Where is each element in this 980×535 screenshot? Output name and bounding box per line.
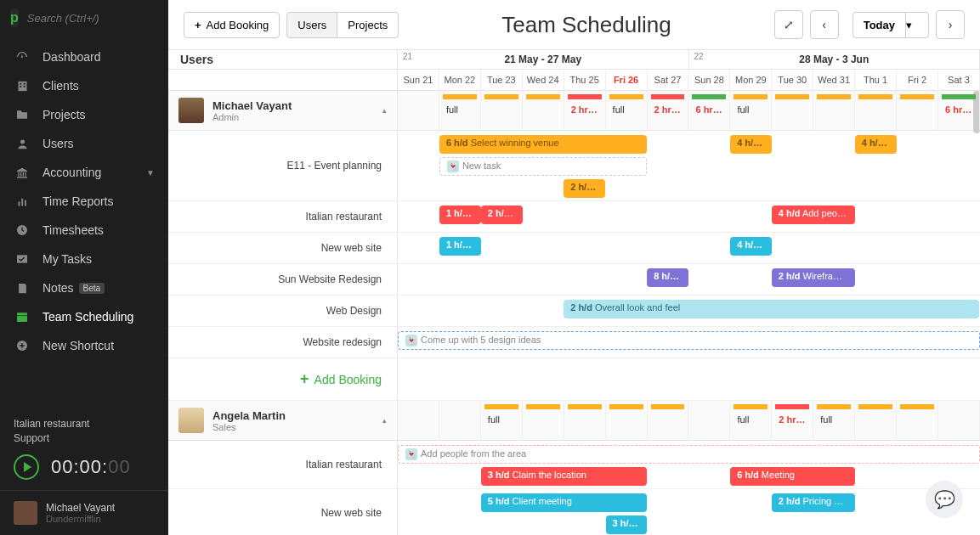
booking-event[interactable]: 2 h/… (564, 179, 605, 198)
availability-row: fullfull2 hr…full (398, 401, 980, 440)
booking-event[interactable]: 4 h/… (730, 135, 772, 154)
collapse-icon[interactable]: ▴ (382, 416, 387, 425)
sidebar-item-my-tasks[interactable]: My Tasks (0, 245, 168, 273)
svg-rect-4 (23, 82, 25, 84)
day-header[interactable]: Sat 27 (648, 70, 689, 90)
booking-event[interactable]: 2 h/d Overall look and feel (564, 300, 979, 318)
day-header[interactable]: Mon 29 (730, 70, 772, 90)
schedule-body[interactable]: Michael VayantAdmin ▴ full2 hr…full2 hr…… (168, 91, 980, 535)
sidebar-item-new-shortcut[interactable]: New Shortcut (0, 331, 168, 360)
sidebar-item-notes[interactable]: NotesBeta (0, 273, 168, 302)
building-icon (14, 80, 31, 93)
project-timeline[interactable]: 2 h/d Overall look and feel (398, 296, 980, 326)
project-label[interactable]: E11 - Event planning (168, 131, 398, 200)
day-header[interactable]: Thu 25 (564, 70, 606, 90)
day-header[interactable]: Wed 24 (523, 70, 564, 90)
svg-point-7 (20, 139, 25, 144)
bank-icon (14, 166, 31, 179)
tab-users[interactable]: Users (286, 12, 337, 38)
booking-event[interactable]: 2 h/d Pricing plan (772, 493, 855, 512)
project-label[interactable]: New web site (168, 233, 398, 263)
booking-event[interactable]: 6 h/d Meeting (730, 467, 855, 486)
day-header[interactable]: Tue 23 (481, 70, 523, 90)
booking-event[interactable]: 8 h/… (647, 268, 688, 287)
app-logo[interactable]: p (10, 8, 19, 27)
collapse-icon[interactable]: ⤢ (774, 10, 803, 39)
toolbar: +Add Booking Users Projects Team Schedul… (168, 0, 980, 50)
project-timeline[interactable]: 1 h/…4 h/… (398, 233, 980, 263)
project-label[interactable]: New web site (168, 489, 398, 535)
project-timeline[interactable]: 1 h/…2 h/d Add Fou…4 h/d Add people from… (398, 201, 980, 232)
booking-event[interactable]: 👻Come up with 5 design ideas (398, 331, 980, 350)
sidebar-item-time-reports[interactable]: Time Reports (0, 187, 168, 216)
date-picker-button[interactable]: ▾ (905, 12, 929, 38)
day-header[interactable]: Sat 3 (938, 70, 980, 90)
day-header[interactable]: Sun 28 (688, 70, 730, 90)
timer-task[interactable]: Support (14, 431, 155, 446)
project-label[interactable]: Website redesign (168, 327, 398, 358)
booking-event[interactable]: 2 h/d Add Fou… (481, 206, 523, 224)
chat-icon[interactable]: 💬 (926, 481, 963, 518)
day-header[interactable]: Mon 22 (439, 70, 481, 90)
project-label[interactable]: Web Design (168, 296, 398, 326)
user-footer[interactable]: Michael Vayant Dundermifflin (0, 490, 168, 535)
main: +Add Booking Users Projects Team Schedul… (168, 0, 980, 535)
project-timeline[interactable]: 👻Come up with 5 design ideas (398, 327, 980, 358)
sidebar-item-users[interactable]: Users (0, 129, 168, 158)
booking-event[interactable]: 3 h/d Claim the location (481, 467, 647, 486)
day-header[interactable]: Tue 30 (772, 70, 813, 90)
user-icon (14, 138, 31, 150)
ghost-icon: 👻 (405, 448, 417, 460)
project-timeline[interactable]: 5 h/d Client meeting2 h/d Pricing plan3 … (398, 489, 980, 535)
sidebar-item-timesheets[interactable]: Timesheets (0, 216, 168, 245)
sidebar-item-accounting[interactable]: Accounting▼ (0, 158, 168, 187)
sidebar-item-projects[interactable]: Projects (0, 100, 168, 129)
booking-event[interactable]: 4 h/… (730, 237, 772, 256)
week-header: 2228 May - 3 Jun (689, 50, 981, 69)
user-row-header[interactable]: Michael VayantAdmin ▴ (168, 91, 398, 130)
day-header[interactable]: Fri 26 (606, 70, 648, 90)
booking-event[interactable]: 3 h/… (606, 515, 648, 534)
project-timeline[interactable]: 6 h/d Select winning venue4 h/…4 h/…👻New… (398, 131, 980, 200)
project-label[interactable]: Italian restaurant (168, 441, 398, 488)
timer-project[interactable]: Italian restaurant (14, 417, 155, 431)
booking-event[interactable]: 1 h/… (439, 237, 481, 256)
booking-event[interactable]: 👻Add people from the area (398, 445, 980, 464)
play-button[interactable] (14, 454, 39, 480)
booking-event[interactable]: 4 h/… (855, 135, 897, 154)
sidebar-item-team-scheduling[interactable]: Team Scheduling (0, 302, 168, 331)
booking-event[interactable]: 4 h/d Add people from the… (772, 206, 855, 224)
next-week-button[interactable]: › (936, 10, 965, 39)
search-input[interactable] (27, 12, 171, 25)
sidebar-item-clients[interactable]: Clients (0, 71, 168, 100)
svg-rect-5 (20, 85, 21, 87)
users-column-header: Users (168, 50, 398, 69)
sidebar-item-dashboard[interactable]: Dashboard (0, 42, 168, 71)
user-row-header[interactable]: Angela MartinSales ▴ (168, 401, 398, 440)
svg-rect-6 (23, 85, 25, 87)
today-button[interactable]: Today (853, 12, 906, 38)
day-header[interactable]: Thu 1 (855, 70, 897, 90)
add-booking-button[interactable]: +Add Booking (184, 12, 280, 38)
collapse-icon[interactable]: ▴ (382, 106, 387, 115)
day-header[interactable]: Wed 31 (813, 70, 855, 90)
prev-week-button[interactable]: ‹ (810, 10, 839, 39)
booking-event[interactable]: 6 h/d Select winning venue (439, 135, 648, 154)
add-booking-link[interactable]: +Add Booking (168, 358, 398, 400)
booking-event[interactable]: 5 h/d Client meeting (481, 493, 647, 512)
avatar (178, 98, 204, 123)
svg-rect-2 (18, 81, 26, 90)
booking-event[interactable]: 2 h/d Wireframing (772, 268, 855, 287)
tab-projects[interactable]: Projects (337, 12, 399, 38)
page-title: Team Scheduling (501, 12, 671, 38)
day-header[interactable]: Fri 2 (897, 70, 938, 90)
project-timeline[interactable]: 👻Add people from the area3 h/d Claim the… (398, 441, 980, 488)
project-label[interactable]: Italian restaurant (168, 201, 398, 232)
ghost-icon: 👻 (405, 335, 417, 346)
project-label[interactable]: Sun Website Redesign (168, 264, 398, 295)
project-timeline[interactable]: 8 h/…2 h/d Wireframing (398, 264, 980, 295)
booking-event[interactable]: 👻New task (439, 157, 648, 176)
booking-event[interactable]: 1 h/… (439, 206, 481, 224)
day-header[interactable]: Sun 21 (398, 70, 439, 90)
svg-rect-9 (21, 198, 23, 206)
